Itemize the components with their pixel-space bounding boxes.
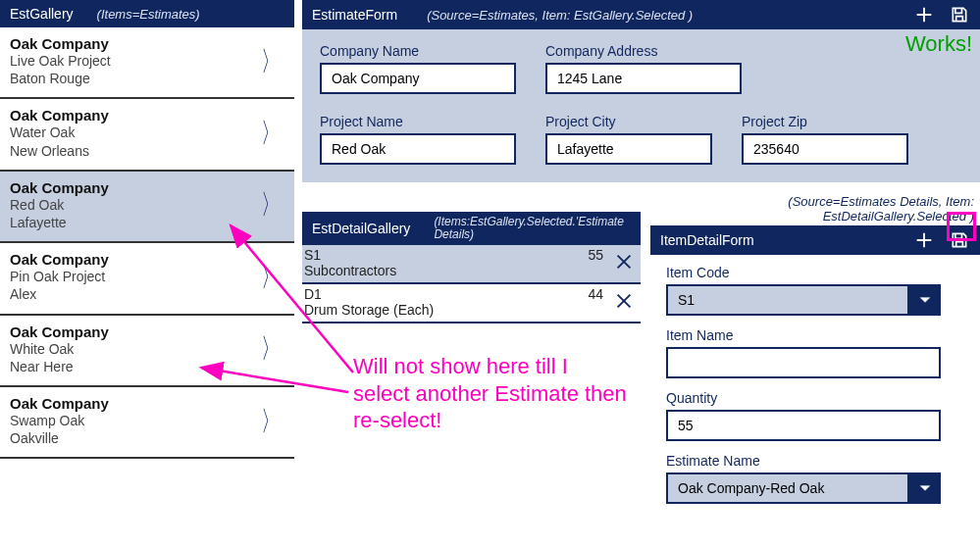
estimate-name-label: Estimate Name — [666, 453, 964, 469]
item-form-title: ItemDetailForm — [660, 232, 754, 248]
detail-gallery-item[interactable]: D1 44 Drum Storage (Each) — [302, 284, 641, 323]
project-name-label: Project Name — [320, 114, 516, 129]
gallery-item-city: Baton Rouge — [10, 70, 111, 87]
detail-gallery-item[interactable]: S1 55 Subcontractors — [302, 245, 641, 284]
quantity-label: Quantity — [666, 390, 964, 406]
gallery-item-city: Oakville — [10, 429, 109, 447]
estimate-form: EstimateForm (Source=Estimates, Item: Es… — [302, 0, 980, 182]
add-icon[interactable] — [913, 4, 935, 25]
item-name-input[interactable] — [666, 347, 941, 378]
add-icon[interactable] — [913, 229, 935, 251]
detail-item-qty: 55 — [560, 247, 609, 263]
detail-gallery-header: EstDetailGallery (Items:EstGallery.Selec… — [302, 212, 641, 245]
gallery-item-city: Near Here — [10, 358, 109, 375]
gallery-item-company: Oak Company — [10, 251, 109, 268]
gallery-item[interactable]: Oak Company Water Oak New Orleans 〉 — [0, 99, 294, 171]
gallery-item-project: Water Oak — [10, 124, 109, 141]
estimate-name-input[interactable] — [666, 472, 909, 504]
gallery-item[interactable]: Oak Company Pin Oak Project Alex 〉 — [0, 243, 294, 315]
estimate-form-sub: (Source=Estimates, Item: EstGallery.Sele… — [427, 8, 693, 23]
gallery-item-project: White Oak — [10, 340, 109, 358]
item-form-header: ItemDetailForm — [650, 225, 980, 255]
project-name-input[interactable] — [320, 133, 516, 165]
gallery-item-city: New Orleans — [10, 142, 109, 160]
company-address-input[interactable] — [545, 63, 742, 94]
gallery-item-project: Swamp Oak — [10, 412, 109, 429]
gallery-item-company: Oak Company — [10, 395, 109, 412]
project-city-label: Project City — [545, 114, 712, 129]
estimate-form-header: EstimateForm (Source=Estimates, Item: Es… — [302, 0, 980, 29]
quantity-input[interactable] — [666, 410, 941, 441]
chevron-right-icon[interactable]: 〉 — [261, 43, 281, 80]
gallery-title: EstGallery — [10, 6, 74, 22]
chevron-right-icon[interactable]: 〉 — [261, 259, 281, 296]
chevron-right-icon[interactable]: 〉 — [261, 115, 281, 152]
gallery-item-company: Oak Company — [10, 107, 109, 124]
project-city-input[interactable] — [545, 133, 712, 165]
detail-item-code: S1 — [304, 247, 560, 263]
gallery-item-company: Oak Company — [10, 35, 111, 52]
gallery-item[interactable]: Oak Company Swamp Oak Oakville 〉 — [0, 387, 294, 459]
gallery-item-city: Alex — [10, 285, 109, 303]
annotation-text: Will not show here till I select another… — [353, 353, 628, 434]
estimate-form-title: EstimateForm — [312, 7, 397, 23]
gallery-item[interactable]: Oak Company Red Oak Lafayette 〉 — [0, 172, 294, 243]
chevron-right-icon[interactable]: 〉 — [261, 403, 281, 440]
close-icon[interactable] — [613, 290, 635, 315]
detail-item-qty: 44 — [560, 286, 609, 302]
item-form-source-note: (Source=Estimates Details, Item: EstDeta… — [650, 194, 980, 225]
company-name-label: Company Name — [320, 43, 516, 59]
chevron-right-icon[interactable]: 〉 — [261, 186, 281, 224]
works-badge: Works! — [905, 31, 972, 57]
close-icon[interactable] — [613, 251, 635, 275]
gallery-item[interactable]: Oak Company White Oak Near Here 〉 — [0, 316, 294, 387]
gallery-item-project: Pin Oak Project — [10, 268, 109, 285]
estimate-name-combo[interactable] — [666, 472, 941, 504]
item-detail-form: (Source=Estimates Details, Item: EstDeta… — [650, 194, 980, 514]
item-code-combo[interactable] — [666, 284, 941, 316]
detail-gallery-title: EstDetailGallery — [312, 221, 410, 236]
detail-gallery-sub: (Items:EstGallery.Selected.'Estimate Det… — [434, 216, 631, 241]
item-code-label: Item Code — [666, 265, 964, 280]
gallery-item-company: Oak Company — [10, 323, 109, 340]
chevron-down-icon[interactable] — [909, 472, 941, 504]
gallery-subtitle: (Items=Estimates) — [97, 7, 200, 22]
gallery-item-company: Oak Company — [10, 179, 109, 196]
estimate-gallery: EstGallery (Items=Estimates) Oak Company… — [0, 0, 294, 514]
item-code-input[interactable] — [666, 284, 909, 316]
detail-item-code: D1 — [304, 286, 560, 302]
detail-item-name: Subcontractors — [304, 263, 609, 278]
gallery-header: EstGallery (Items=Estimates) — [0, 0, 294, 27]
detail-item-name: Drum Storage (Each) — [304, 302, 609, 318]
project-zip-input[interactable] — [742, 133, 908, 165]
item-name-label: Item Name — [666, 327, 964, 343]
gallery-item-project: Live Oak Project — [10, 52, 111, 70]
save-icon[interactable] — [949, 4, 970, 25]
chevron-right-icon[interactable]: 〉 — [261, 330, 281, 368]
project-zip-label: Project Zip — [742, 114, 908, 129]
gallery-item-project: Red Oak — [10, 196, 109, 214]
chevron-down-icon[interactable] — [909, 284, 941, 316]
save-icon[interactable] — [949, 229, 970, 251]
company-address-label: Company Address — [545, 43, 742, 59]
gallery-item-city: Lafayette — [10, 214, 109, 231]
gallery-item[interactable]: Oak Company Live Oak Project Baton Rouge… — [0, 27, 294, 99]
company-name-input[interactable] — [320, 63, 516, 94]
